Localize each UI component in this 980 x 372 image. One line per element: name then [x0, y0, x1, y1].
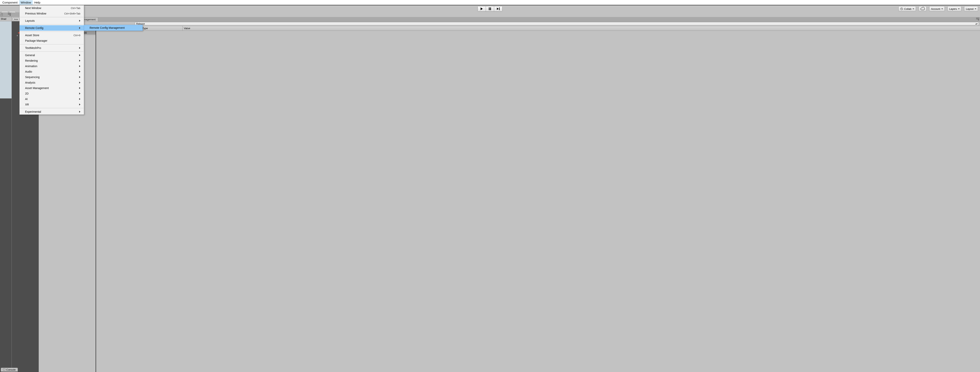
menu-item-asset-management[interactable]: Asset Management [20, 85, 84, 91]
menu-help[interactable]: Help [33, 0, 42, 5]
step-button[interactable] [494, 6, 502, 11]
pause-icon [489, 8, 491, 10]
cloud-button[interactable] [919, 6, 926, 11]
menu-item-label: Animation [25, 65, 37, 68]
console-icon [3, 369, 5, 370]
menu-item-label: Experimental [25, 110, 41, 113]
menu-item-sequencing[interactable]: Sequencing [20, 74, 84, 80]
menu-item-xr[interactable]: XR [20, 102, 84, 107]
menu-item-label: Rendering [25, 59, 38, 62]
menu-item-layouts[interactable]: Layouts [20, 18, 84, 24]
layout-label: Layout [966, 8, 974, 10]
menu-window[interactable]: Window [19, 0, 33, 5]
layout-dropdown[interactable]: Layout [964, 6, 978, 11]
chevron-right-icon [79, 87, 80, 89]
menu-shortcut: Ctrl+Tab [71, 7, 80, 9]
panels: Shad . Ass mos All [0, 17, 980, 372]
remote-config-submenu: Remote Config Management [84, 25, 143, 31]
scene-sky-frag [0, 21, 11, 372]
left-tabs-row [0, 12, 12, 17]
pause-button[interactable] [486, 6, 494, 11]
shaded-label[interactable]: Shad [0, 17, 11, 21]
menu-item-label: Analysis [25, 81, 35, 84]
menu-item-label: Next Window [25, 6, 41, 9]
menu-item-rendering[interactable]: Rendering [20, 58, 84, 63]
cloud-icon [920, 8, 925, 10]
menu-item-previous-window[interactable]: Previous WindowCtrl+Shift+Tab [20, 11, 84, 16]
menu-item-2d[interactable]: 2D [20, 91, 84, 96]
step-icon [497, 8, 500, 10]
menu-item-analysis[interactable]: Analysis [20, 80, 84, 85]
editor-area: Collab Account Layers Layout [0, 5, 980, 372]
chevron-right-icon [79, 27, 80, 29]
col-value[interactable]: Value [183, 26, 980, 30]
menu-shortcut: Ctrl+9 [73, 34, 80, 37]
menubar: Component Window Help [0, 0, 980, 5]
environment-row: Environment Release ▴▾ [39, 22, 980, 26]
settings-headers: Key Type Value [96, 26, 980, 31]
menu-item-label: TextMeshPro [25, 46, 41, 49]
chevron-right-icon [79, 20, 80, 22]
menu-item-next-window[interactable]: Next WindowCtrl+Tab [20, 5, 84, 11]
panel-menu-icon[interactable] [8, 13, 11, 16]
menu-item-textmeshpro[interactable]: TextMeshPro [20, 45, 84, 51]
menu-item-label: Remote Config [25, 27, 43, 30]
chevron-right-icon [79, 98, 80, 100]
menu-item-label: Sequencing [25, 76, 40, 79]
col-type[interactable]: Type [141, 26, 183, 30]
gizmos-label: mos [14, 18, 18, 21]
menu-item-experimental[interactable]: Experimental [20, 109, 84, 114]
layers-label: Layers [949, 8, 957, 10]
rc-split: Enabled Name Priority - All Users 1000 K [39, 26, 980, 372]
console-label: Console [6, 368, 16, 371]
tab-console[interactable]: Console [1, 368, 18, 372]
environment-dropdown[interactable]: Release ▴▾ [135, 22, 979, 25]
chevron-right-icon [79, 76, 80, 78]
window-dropdown: Next WindowCtrl+TabPrevious WindowCtrl+S… [19, 5, 84, 115]
menu-item-package-manager[interactable]: Package Manager [20, 38, 84, 43]
chevron-right-icon [79, 47, 80, 49]
menu-separator [20, 44, 83, 44]
play-button[interactable] [478, 6, 486, 11]
menu-item-label: 2D [25, 92, 29, 95]
menu-item-general[interactable]: General [20, 52, 84, 58]
check-icon [900, 8, 903, 10]
menu-item-label: Layouts [25, 19, 35, 22]
menu-shortcut: Ctrl+Shift+Tab [64, 12, 80, 15]
menu-component[interactable]: Component [1, 0, 19, 5]
account-label: Account [931, 8, 940, 10]
lock-icon[interactable] [1, 14, 3, 16]
menu-item-label: AI [25, 97, 28, 101]
menu-item-label: Previous Window [25, 12, 46, 15]
chevron-right-icon [79, 111, 80, 113]
play-controls [477, 6, 503, 11]
menu-item-animation[interactable]: Animation [20, 63, 84, 69]
rc-settings-panel: Key Type Value [96, 26, 980, 372]
chevron-right-icon [79, 93, 80, 95]
hierarchy-panel-frag: Shad [0, 17, 12, 372]
menu-item-ai[interactable]: AI [20, 96, 84, 102]
menu-item-remote-config[interactable]: Remote Config [20, 25, 84, 31]
menu-item-label: Asset Store [25, 34, 39, 37]
submenu-item-remote-config-management[interactable]: Remote Config Management [84, 25, 143, 30]
chevron-down-icon [942, 8, 943, 9]
play-icon [480, 8, 483, 10]
account-dropdown[interactable]: Account [929, 6, 945, 11]
menu-item-asset-store[interactable]: Asset StoreCtrl+9 [20, 32, 84, 38]
submenu-item-label: Remote Config Management [89, 26, 125, 29]
menu-item-audio[interactable]: Audio [20, 69, 84, 74]
inspector-tabs-row: i Inspector Services RC Management [39, 17, 980, 22]
chevron-right-icon [79, 71, 80, 73]
menu-item-label: XR [25, 103, 29, 106]
collab-dropdown[interactable]: Collab [899, 6, 916, 11]
chevron-right-icon [79, 60, 80, 62]
panel-menu-icon[interactable] [976, 18, 979, 21]
menu-separator [20, 51, 83, 52]
chevron-right-icon [79, 103, 80, 106]
menu-item-label: Audio [25, 70, 32, 73]
layers-dropdown[interactable]: Layers [947, 6, 961, 11]
main-toolbar: Collab Account Layers Layout [0, 5, 980, 12]
chevron-right-icon [79, 54, 80, 56]
menu-separator [20, 108, 83, 108]
collab-label: Collab [904, 8, 912, 10]
